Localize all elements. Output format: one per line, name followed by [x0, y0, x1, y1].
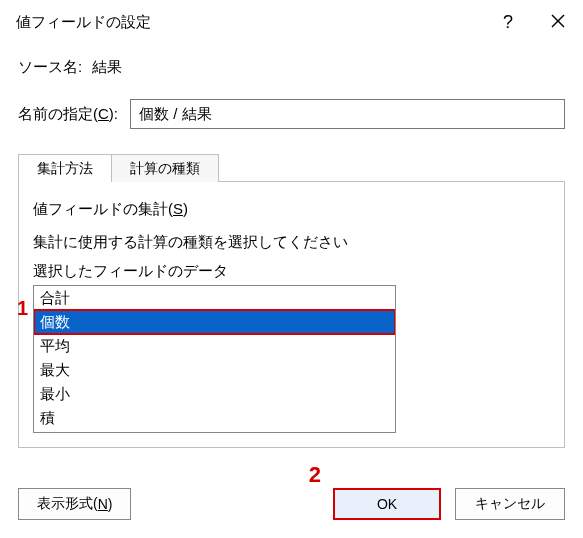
number-format-button[interactable]: 表示形式(N) [18, 488, 131, 520]
annotation-1: 1 [17, 297, 28, 320]
custom-name-row: 名前の指定(C): [18, 99, 565, 129]
cancel-button[interactable]: キャンセル [455, 488, 565, 520]
annotation-2: 2 [309, 462, 321, 488]
list-item[interactable]: 平均 [34, 334, 395, 358]
help-button[interactable]: ? [483, 0, 533, 44]
dialog-title: 値フィールドの設定 [16, 13, 483, 32]
list-item[interactable]: 個数 [34, 310, 395, 334]
titlebar: 値フィールドの設定 ? [0, 0, 583, 44]
list-item[interactable]: 合計 [34, 286, 395, 310]
button-row: 表示形式(N) OK キャンセル [0, 488, 583, 520]
function-listbox-wrap: 1 合計 個数 平均 最大 最小 積 [33, 285, 396, 433]
summarize-heading: 値フィールドの集計(S) [33, 200, 550, 219]
tab-summarize-by[interactable]: 集計方法 [18, 154, 112, 182]
dialog-body: ソース名: 結果 名前の指定(C): 集計方法 計算の種類 値フィールドの集計(… [0, 44, 583, 448]
tab-strip: 集計方法 計算の種類 [18, 154, 219, 182]
custom-name-input[interactable] [130, 99, 565, 129]
summarize-sublabel: 選択したフィールドのデータ [33, 262, 550, 281]
ok-button[interactable]: OK [333, 488, 441, 520]
list-item[interactable]: 積 [34, 406, 395, 430]
close-icon [551, 12, 565, 33]
custom-name-label: 名前の指定(C): [18, 105, 118, 124]
source-name-value: 結果 [92, 58, 122, 77]
help-icon: ? [503, 12, 513, 33]
tab-show-values-as[interactable]: 計算の種類 [112, 154, 219, 182]
list-item[interactable]: 最大 [34, 358, 395, 382]
function-listbox[interactable]: 合計 個数 平均 最大 最小 積 [33, 285, 396, 433]
source-name-label: ソース名: [18, 58, 82, 77]
close-button[interactable] [533, 0, 583, 44]
source-name-row: ソース名: 結果 [18, 58, 565, 77]
tab-panel: 集計方法 計算の種類 値フィールドの集計(S) 集計に使用する計算の種類を選択し… [18, 181, 565, 448]
list-item[interactable]: 最小 [34, 382, 395, 406]
value-field-settings-dialog: 値フィールドの設定 ? ソース名: 結果 名前の指定(C): 集計方法 計算の種… [0, 0, 583, 538]
summarize-description: 集計に使用する計算の種類を選択してください [33, 233, 550, 252]
